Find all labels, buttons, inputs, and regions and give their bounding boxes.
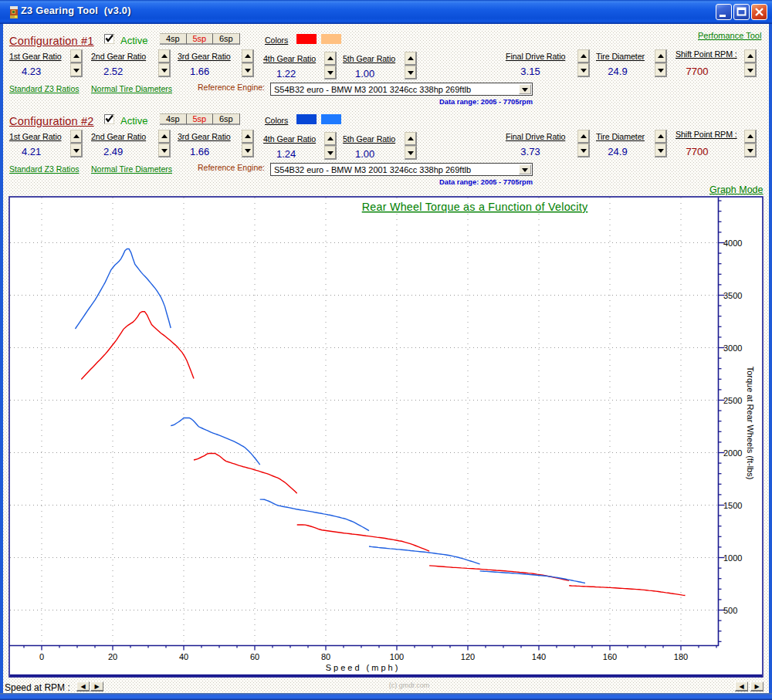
svg-text:4000: 4000 (723, 238, 742, 248)
svg-text:100: 100 (390, 652, 404, 661)
svg-text:2000: 2000 (723, 448, 742, 458)
svg-text:60: 60 (250, 652, 259, 661)
svg-text:160: 160 (603, 652, 617, 661)
svg-text:1500: 1500 (723, 501, 742, 510)
svg-text:0: 0 (39, 652, 44, 661)
svg-text:Rear Wheel Torque as a Functio: Rear Wheel Torque as a Function of Veloc… (362, 201, 588, 213)
svg-text:3000: 3000 (723, 343, 742, 353)
svg-text:80: 80 (321, 652, 330, 661)
svg-text:120: 120 (461, 652, 475, 661)
svg-text:140: 140 (532, 652, 546, 661)
svg-text:40: 40 (179, 652, 188, 661)
svg-text:3500: 3500 (723, 291, 742, 300)
svg-text:1000: 1000 (723, 553, 742, 563)
svg-text:180: 180 (674, 652, 688, 661)
svg-text:Torque at Rear Wheels (ft-lbs): Torque at Rear Wheels (ft-lbs) (746, 367, 755, 480)
svg-text:Speed (mph): Speed (mph) (326, 663, 401, 672)
svg-text:20: 20 (108, 652, 117, 661)
svg-text:2500: 2500 (723, 396, 742, 405)
svg-text:500: 500 (723, 606, 737, 615)
